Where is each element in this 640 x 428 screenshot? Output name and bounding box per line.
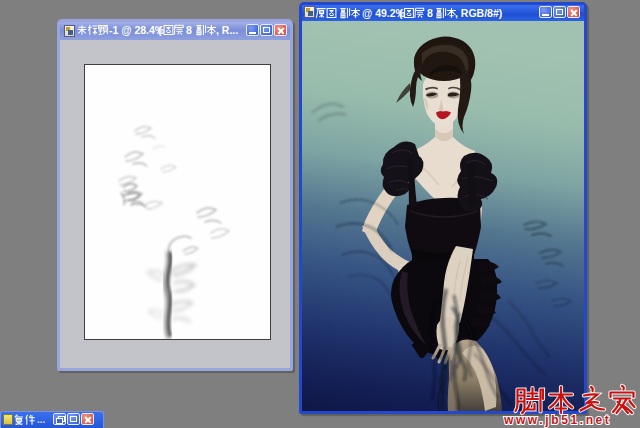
svg-text:...: ... [37, 414, 46, 425]
svg-text:-1 @ 28.4%: -1 @ 28.4% [109, 24, 165, 36]
svg-text:(: ( [158, 24, 162, 36]
svg-text:(: ( [399, 7, 403, 19]
svg-text:, RGB/8#): , RGB/8#) [455, 7, 502, 19]
svg-text:8: 8 [427, 7, 433, 19]
svg-text:8: 8 [186, 24, 192, 36]
svg-text:www.jb51.net: www.jb51.net [503, 413, 611, 427]
svg-text:, R...: , R... [216, 24, 238, 36]
